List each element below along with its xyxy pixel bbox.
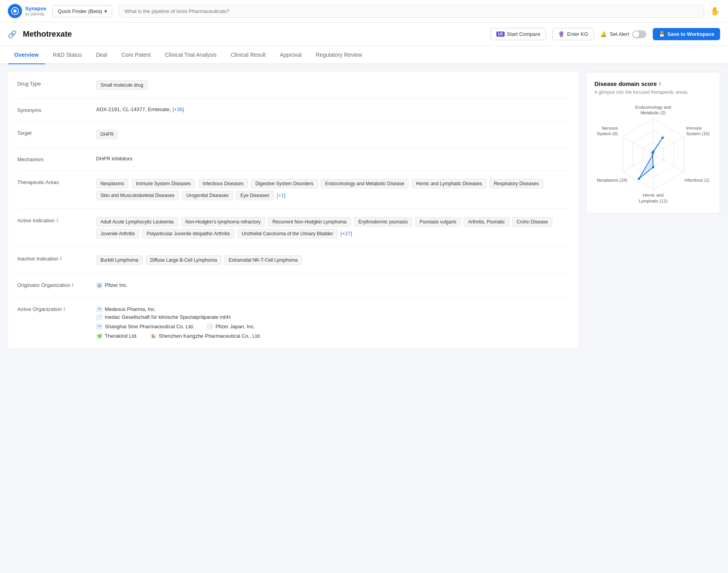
tag-eye: Eye Diseases xyxy=(236,191,273,200)
right-panel: Disease domain score ℹ A glimpse into th… xyxy=(586,72,720,566)
radar-point-neoplasms xyxy=(638,177,640,180)
label-nervous: NervousSystem (0) xyxy=(597,125,618,137)
tab-rd-status[interactable]: R&D Status xyxy=(46,46,88,64)
quick-finder-button[interactable]: Quick Finder (Beta) ▾ xyxy=(52,5,112,17)
ind-polyarticular: Polyarticular Juvenile Idiopathic Arthri… xyxy=(142,229,234,238)
target-row: Target DHFR xyxy=(17,121,569,148)
synonyms-text: ADX-2191, CL-14377, Emtexate, xyxy=(96,106,171,112)
disease-domain-info-icon[interactable]: ℹ xyxy=(659,81,661,87)
inactive-indication-info-icon[interactable]: ℹ xyxy=(60,256,62,261)
synonyms-more[interactable]: [+36] xyxy=(173,106,184,112)
org-pfizer: 🏢 Pfizer Inc. xyxy=(96,282,569,288)
drug-link-icon: 🔗 xyxy=(8,30,17,39)
active-org-info-icon[interactable]: ℹ xyxy=(63,306,65,312)
tag-digestive: Digestive System Disorders xyxy=(251,179,318,188)
ind-urothelial: Urothelial Carcinoma of the Urinary Blad… xyxy=(238,229,338,238)
therapeutic-areas-value: Neoplasms Immune System Diseases Infecti… xyxy=(96,178,569,201)
target-value: DHFR xyxy=(96,128,569,140)
alert-toggle[interactable] xyxy=(632,30,646,38)
target-label: Target xyxy=(17,128,96,136)
therakind-icon: 🌿 xyxy=(96,333,102,339)
org-pfizer-jp: 📄 Pfizer Japan, Inc. xyxy=(207,324,255,330)
label-neoplasms: Neoplasms (24) xyxy=(597,177,628,183)
ind-recurrent-nhl: Recurrent Non-Hodgkin Lymphoma xyxy=(268,217,351,227)
tab-clinical-result[interactable]: Clinical Result xyxy=(225,46,272,64)
tag-respiratory: Respiratory Diseases xyxy=(490,179,543,188)
start-compare-button[interactable]: U5 Start Compare xyxy=(490,28,546,40)
tab-overview[interactable]: Overview xyxy=(8,46,45,64)
radar-point-hemic xyxy=(652,166,654,168)
active-indication-more[interactable]: [+27] xyxy=(341,231,352,236)
tab-clinical-trial[interactable]: Clinical Trial Analysis xyxy=(159,46,223,64)
label-hemic: Hemic andLymphatic (11) xyxy=(639,192,667,204)
therapeutic-areas-row: Therapeutic Areas Neoplasms Immune Syste… xyxy=(17,171,569,209)
save-label: Save to Workspace xyxy=(667,31,714,37)
quick-finder-label: Quick Finder (Beta) xyxy=(58,8,102,14)
tag-endocrinology: Endocrinology and Metabolic Disease xyxy=(321,179,409,188)
org-row-4: 🌿 Therakind Ltd. 🏪 Shenzhen Kangzhe Phar… xyxy=(96,331,569,341)
ind-arthritis-p: Arthritis, Psoriatic xyxy=(464,217,509,227)
drug-type-tag: Small molecule drug xyxy=(96,80,148,90)
ind-non-hodgkin-r: Non-Hodgkin's lymphoma refractory xyxy=(181,217,265,227)
main-content: Drug Type Small molecule drug Synonyms A… xyxy=(0,64,728,573)
pfizer-jp-icon: 📄 xyxy=(207,324,213,330)
tab-approval[interactable]: Approval xyxy=(273,46,308,64)
ind-diffuse: Diffuse Large B-Cell Lymphoma xyxy=(146,255,221,265)
drug-header: 🔗 Methotrexate U5 Start Compare 🔮 Enter … xyxy=(0,22,728,46)
tab-deal[interactable]: Deal xyxy=(89,46,113,64)
chevron-down-icon: ▾ xyxy=(104,8,107,14)
ind-burkitt: Burkitt Lymphoma xyxy=(96,255,143,265)
header-actions: U5 Start Compare 🔮 Enter KG 🔔 Set Alert … xyxy=(490,28,720,40)
medexus-icon: 〜 xyxy=(96,306,102,313)
org-shanghai: 〜 Shanghai Sine Pharmaceutical Co. Ltd. xyxy=(96,324,194,330)
save-to-workspace-button[interactable]: 💾 Save to Workspace xyxy=(653,28,720,40)
synonyms-label: Synonyms xyxy=(17,106,96,113)
target-tag: DHFR xyxy=(96,130,118,139)
org-row-3: 〜 Shanghai Sine Pharmaceutical Co. Ltd. … xyxy=(96,322,569,331)
svg-line-7 xyxy=(653,154,684,172)
active-org-label: Active Organization ℹ xyxy=(17,305,96,312)
enter-kg-button[interactable]: 🔮 Enter KG xyxy=(552,28,594,40)
shanghai-icon: 〜 xyxy=(96,324,102,330)
disease-domain-card: Disease domain score ℹ A glimpse into th… xyxy=(586,72,720,214)
set-alert-toggle-wrap: 🔔 Set Alert xyxy=(600,30,646,38)
disease-domain-subtitle: A glimpse into the focused therapeutic a… xyxy=(594,89,712,95)
info-section: Drug Type Small molecule drug Synonyms A… xyxy=(8,72,578,348)
synonyms-value: ADX-2191, CL-14377, Emtexate, [+36] xyxy=(96,106,569,114)
label-immune: ImmuneSystem (16) xyxy=(686,125,709,137)
tag-immune-system: Immune System Diseases xyxy=(132,179,195,188)
active-indication-info-icon[interactable]: ℹ xyxy=(56,218,58,223)
compare-label: Start Compare xyxy=(507,31,540,37)
shenzhen-icon: 🏪 xyxy=(150,333,156,339)
inactive-indication-value: Burkitt Lymphoma Diffuse Large B-Cell Ly… xyxy=(96,254,569,266)
search-input[interactable] xyxy=(119,5,704,18)
tab-core-patent[interactable]: Core Patent xyxy=(115,46,157,64)
hand-icon: ✋ xyxy=(710,6,720,16)
pfizer-icon: 🏢 xyxy=(96,282,102,288)
originator-org-value: 🏢 Pfizer Inc. xyxy=(96,281,569,290)
top-nav: Synapse by patsnap Quick Finder (Beta) ▾… xyxy=(0,0,728,22)
logo-icon xyxy=(8,4,22,18)
org-medac: 📄 medac Gesellschaft für klinische Spezi… xyxy=(96,314,569,320)
tag-neoplasms: Neoplasms xyxy=(96,179,128,188)
tab-regulatory-review[interactable]: Regulatory Review xyxy=(310,46,369,64)
originator-org-label: Originator Organization ℹ xyxy=(17,281,96,288)
inactive-indication-row: Inactive Indication ℹ Burkitt Lymphoma D… xyxy=(17,247,569,273)
ind-psoriasis-v: Psoriasis vulgaris xyxy=(415,217,461,227)
active-indication-value: Adult Acute Lymphocytic Leukemia Non-Hod… xyxy=(96,216,569,240)
drug-type-row: Drug Type Small molecule drug xyxy=(17,72,569,99)
radar-svg xyxy=(610,111,696,197)
therapeutic-areas-more[interactable]: [+1] xyxy=(277,192,286,198)
ind-adult-all: Adult Acute Lymphocytic Leukemia xyxy=(96,217,178,227)
active-org-value: 〜 Medexus Pharma, Inc. 📄 medac Gesellsch… xyxy=(96,305,569,341)
svg-line-10 xyxy=(622,136,653,154)
drug-name: Methotrexate xyxy=(23,30,484,39)
originator-org-info-icon[interactable]: ℹ xyxy=(72,282,74,288)
tag-skin: Skin and Musculoskeletal Diseases xyxy=(96,191,179,200)
active-indication-label: Active Indication ℹ xyxy=(17,216,96,223)
synonyms-row: Synonyms ADX-2191, CL-14377, Emtexate, [… xyxy=(17,99,569,121)
mechanism-text: DHFR inhibitors xyxy=(96,156,132,162)
mechanism-value: DHFR inhibitors xyxy=(96,155,569,163)
tag-hemic: Hemic and Lymphatic Diseases xyxy=(412,179,487,188)
active-indication-row: Active Indication ℹ Adult Acute Lymphocy… xyxy=(17,209,569,247)
